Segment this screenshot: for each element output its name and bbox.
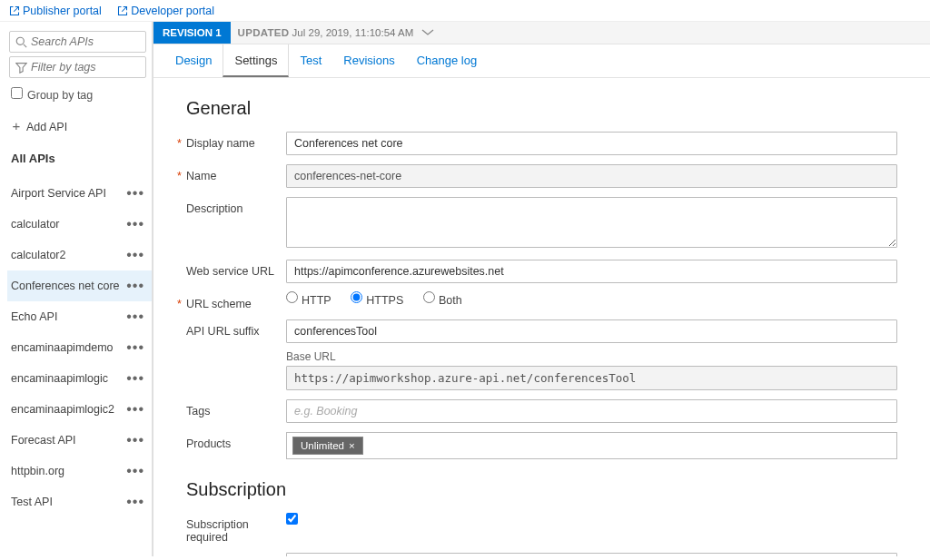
api-item[interactable]: httpbin.org••• [7, 456, 152, 486]
chip-remove-icon[interactable]: × [349, 440, 355, 451]
api-item[interactable]: encaminaapimlogic2••• [7, 394, 152, 425]
svg-point-0 [16, 37, 24, 44]
api-item-label: Test API [11, 496, 53, 508]
api-item-label: Echo API [11, 310, 57, 323]
header-name-input[interactable] [286, 553, 897, 556]
api-item[interactable]: Airport Service API••• [7, 178, 152, 209]
tab-settings[interactable]: Settings [223, 44, 289, 77]
suffix-input[interactable] [286, 319, 897, 343]
base-url-label: Base URL [286, 350, 897, 363]
products-field[interactable]: Unlimited× [286, 432, 897, 459]
api-item-label: calculator [11, 218, 60, 231]
api-item[interactable]: Forecast API••• [7, 425, 152, 456]
api-item[interactable]: Echo API••• [7, 301, 152, 332]
filter-tags-input[interactable] [31, 61, 140, 74]
add-api-button[interactable]: +Add API [7, 107, 152, 142]
header-name-label: Header name [186, 553, 286, 556]
more-icon[interactable]: ••• [126, 191, 144, 196]
chevron-down-icon [421, 29, 434, 36]
api-item-label: encaminaapimdemo [11, 341, 114, 354]
api-item-label: Forecast API [11, 434, 76, 447]
more-icon[interactable]: ••• [126, 468, 144, 474]
api-item[interactable]: calculator2••• [7, 240, 152, 270]
description-input[interactable] [286, 197, 897, 248]
api-item[interactable]: encaminaapimlogic••• [7, 363, 152, 394]
api-item-label: encaminaapimlogic [11, 372, 108, 385]
revision-updated: UPDATED Jul 29, 2019, 11:10:54 AM [231, 27, 435, 38]
search-apis-box[interactable] [9, 31, 146, 53]
api-item-label: calculator2 [11, 249, 65, 261]
api-item-label: Conferences net core [11, 280, 120, 292]
api-item-label: httpbin.org [11, 465, 64, 477]
developer-portal-link[interactable]: Developer portal [117, 5, 214, 17]
ws-url-label: Web service URL [186, 260, 286, 278]
tab-design[interactable]: Design [164, 44, 223, 77]
more-icon[interactable]: ••• [126, 221, 144, 227]
api-item-label: encaminaapimlogic2 [11, 403, 114, 416]
more-icon[interactable]: ••• [126, 314, 144, 319]
scheme-http[interactable]: HTTP [286, 294, 331, 307]
base-url-input [286, 366, 897, 390]
more-icon[interactable]: ••• [126, 283, 144, 289]
display-name-input[interactable] [286, 132, 897, 155]
products-label: Products [186, 432, 286, 450]
plus-icon: + [11, 118, 22, 133]
more-icon[interactable]: ••• [126, 252, 144, 258]
filter-tags-box[interactable] [9, 56, 146, 78]
tabs: DesignSettingsTestRevisionsChange log [153, 44, 930, 78]
group-by-tag-checkbox[interactable] [11, 87, 23, 99]
sidebar: Group by tag +Add API All APIs Airport S… [0, 22, 153, 556]
more-icon[interactable]: ••• [126, 437, 144, 443]
more-icon[interactable]: ••• [126, 499, 144, 505]
more-icon[interactable]: ••• [126, 345, 144, 350]
more-icon[interactable]: ••• [126, 407, 144, 412]
description-label: Description [186, 197, 286, 215]
ws-url-input[interactable] [286, 260, 897, 283]
api-item-label: Airport Service API [11, 187, 106, 200]
display-name-label: Display name [186, 132, 286, 150]
tab-revisions[interactable]: Revisions [332, 44, 405, 77]
more-icon[interactable]: ••• [126, 376, 144, 381]
tab-test[interactable]: Test [289, 44, 332, 77]
scheme-https[interactable]: HTTPS [351, 294, 403, 307]
api-item[interactable]: Test API••• [7, 486, 152, 517]
search-icon [15, 36, 27, 48]
revision-bar[interactable]: REVISION 1 UPDATED Jul 29, 2019, 11:10:5… [153, 22, 930, 44]
tab-change-log[interactable]: Change log [406, 44, 489, 77]
search-apis-input[interactable] [31, 35, 140, 48]
api-item[interactable]: encaminaapimdemo••• [7, 332, 152, 363]
group-by-tag[interactable]: Group by tag [7, 82, 152, 107]
external-link-icon [117, 5, 128, 16]
main-panel: REVISION 1 UPDATED Jul 29, 2019, 11:10:5… [153, 22, 930, 556]
revision-badge: REVISION 1 [153, 22, 231, 44]
tags-label: Tags [186, 399, 286, 418]
api-item[interactable]: calculator••• [7, 209, 152, 240]
name-label: Name [186, 164, 286, 182]
section-subscription: Subscription [186, 479, 897, 500]
tags-input[interactable] [286, 399, 897, 423]
section-general: General [186, 98, 897, 119]
url-scheme-label: URL scheme [186, 292, 286, 310]
name-input [286, 164, 897, 188]
suffix-label: API URL suffix [186, 319, 286, 338]
sub-required-label: Subscription required [186, 513, 286, 544]
api-item[interactable]: Conferences net core••• [7, 270, 152, 301]
all-apis-heading[interactable]: All APIs [7, 142, 152, 178]
filter-icon [15, 62, 27, 74]
product-chip[interactable]: Unlimited× [292, 437, 363, 455]
external-link-icon [9, 5, 20, 16]
publisher-portal-link[interactable]: Publisher portal [9, 5, 104, 17]
scheme-both[interactable]: Both [423, 294, 462, 307]
sub-required-checkbox[interactable] [286, 513, 298, 525]
url-scheme-radios: HTTP HTTPS Both [286, 292, 897, 307]
